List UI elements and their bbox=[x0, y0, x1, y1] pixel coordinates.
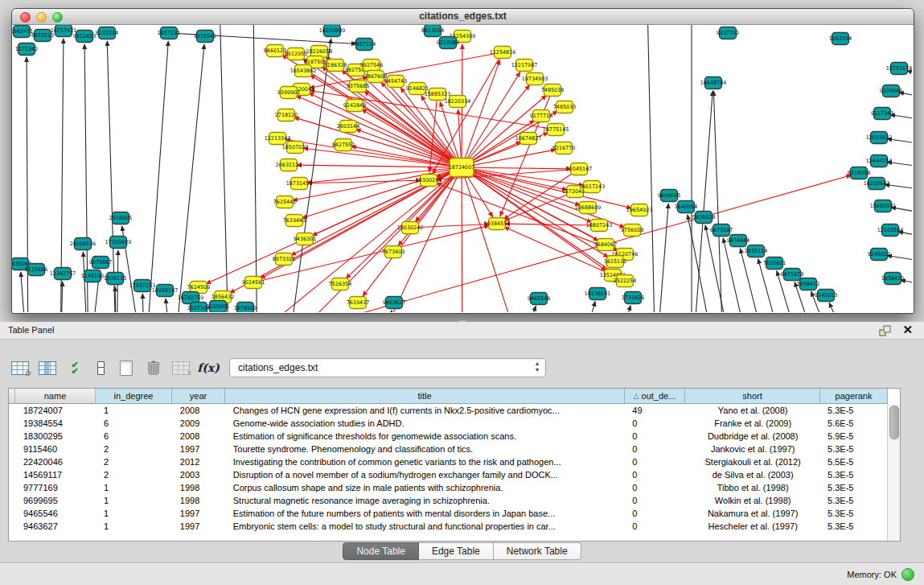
graph-node[interactable]: 9927546 bbox=[360, 60, 383, 72]
graph-edge[interactable] bbox=[21, 272, 28, 312]
graph-edge[interactable] bbox=[511, 306, 536, 312]
graph-node[interactable]: 12103504 bbox=[877, 225, 904, 237]
select-columns-button[interactable]: ✔✔ bbox=[64, 357, 85, 378]
column-header-in_degree[interactable]: in_degree bbox=[96, 389, 172, 404]
graph-edge[interactable] bbox=[462, 167, 571, 169]
new-column-button[interactable] bbox=[116, 357, 137, 378]
column-header-name[interactable]: name bbox=[15, 389, 96, 404]
column-header-year[interactable]: year bbox=[172, 389, 225, 404]
graph-node[interactable]: 9218986 bbox=[437, 37, 459, 49]
graph-edge[interactable] bbox=[462, 167, 462, 312]
graph-edge[interactable] bbox=[253, 25, 257, 312]
function-builder-button[interactable]: f(x) bbox=[198, 357, 219, 378]
graph-edge[interactable] bbox=[500, 90, 552, 216]
graph-edge[interactable] bbox=[505, 224, 599, 225]
table-cell[interactable]: 1997 bbox=[173, 509, 226, 518]
column-header-title[interactable]: title bbox=[225, 389, 625, 404]
table-cell[interactable]: 9465546 bbox=[16, 509, 97, 518]
graph-node[interactable]: 9399901 bbox=[277, 87, 300, 99]
table-cell[interactable]: 1 bbox=[97, 483, 173, 492]
graph-node[interactable]: 8454743 bbox=[384, 76, 407, 88]
graph-node[interactable]: 16648784 bbox=[700, 77, 727, 89]
graph-node[interactable]: 9684067 bbox=[594, 239, 617, 251]
graph-node[interactable]: 7526354 bbox=[329, 278, 351, 290]
table-cell[interactable]: 5.6E-5 bbox=[820, 418, 888, 428]
graph-edge[interactable] bbox=[369, 167, 462, 312]
graph-edge[interactable] bbox=[462, 85, 530, 167]
table-cell[interactable]: 5.3E-5 bbox=[820, 509, 888, 518]
table-cell[interactable]: 5.3E-5 bbox=[820, 444, 888, 454]
graph-node[interactable]: 9329966 bbox=[880, 85, 902, 97]
table-cell[interactable]: 2008 bbox=[173, 431, 226, 441]
table-cell[interactable]: 2 bbox=[97, 457, 173, 467]
graph-node[interactable]: 9227343 bbox=[871, 108, 893, 120]
graph-node[interactable]: 7625441 bbox=[273, 196, 296, 208]
show-column-button[interactable] bbox=[37, 357, 58, 378]
table-cell[interactable]: 5.3E-5 bbox=[820, 470, 888, 480]
table-cell[interactable]: 9115460 bbox=[16, 444, 97, 454]
graph-node[interactable]: 8912955 bbox=[285, 48, 307, 60]
graph-node[interactable]: 1962431 bbox=[12, 26, 33, 38]
graph-node[interactable]: 7673403 bbox=[382, 246, 405, 258]
graph-node[interactable]: 8813054 bbox=[421, 25, 444, 37]
table-cell[interactable]: 0 bbox=[625, 457, 685, 467]
graph-edge[interactable] bbox=[173, 44, 204, 312]
graph-node[interactable]: 20206536 bbox=[70, 238, 97, 250]
graph-node[interactable]: 10688609 bbox=[575, 202, 602, 214]
table-row[interactable]: 969969511998Structural magnetic resonanc… bbox=[9, 494, 888, 507]
table-cell[interactable]: 18724007 bbox=[16, 406, 97, 415]
table-cell[interactable]: 2 bbox=[97, 444, 173, 454]
table-cell[interactable]: 2003 bbox=[173, 470, 226, 480]
table-cell[interactable]: 0 bbox=[625, 509, 685, 518]
table-cell[interactable]: 22420046 bbox=[16, 457, 97, 467]
graph-node[interactable]: 7857224 bbox=[353, 39, 376, 51]
graph-node[interactable]: 16033809 bbox=[319, 25, 346, 37]
graph-edge[interactable] bbox=[362, 109, 462, 167]
graph-node[interactable]: 12217987 bbox=[511, 60, 538, 72]
graph-edge[interactable] bbox=[285, 140, 462, 167]
table-cell[interactable]: 0 bbox=[625, 521, 685, 531]
graph-edge[interactable] bbox=[429, 94, 437, 172]
table-cell[interactable]: 6 bbox=[97, 418, 173, 428]
graph-node[interactable]: 1640954 bbox=[675, 201, 697, 213]
graph-node[interactable]: 2057131 bbox=[158, 27, 180, 39]
graph-edge[interactable] bbox=[309, 93, 462, 167]
graph-node[interactable]: 9975887 bbox=[89, 257, 112, 269]
graph-node[interactable]: 2516605 bbox=[109, 212, 132, 225]
table-cell[interactable]: 1998 bbox=[173, 483, 226, 492]
table-cell[interactable]: Stergiakouli et al. (2012) bbox=[685, 457, 820, 467]
network-window-titlebar[interactable]: citations_edges.txt bbox=[12, 9, 914, 25]
graph-node[interactable]: 9024561 bbox=[242, 277, 265, 289]
graph-node[interactable]: 15692931 bbox=[870, 200, 897, 212]
table-cell[interactable]: 1998 bbox=[173, 496, 226, 505]
table-cell[interactable]: 6 bbox=[97, 431, 173, 441]
table-cell[interactable]: Yano et al. (2008) bbox=[685, 406, 820, 415]
graph-node[interactable]: 1115686 bbox=[25, 264, 47, 276]
graph-node[interactable]: 9463627 bbox=[383, 297, 405, 309]
table-cell[interactable]: 0 bbox=[625, 431, 685, 441]
graph-node[interactable]: 12342757 bbox=[50, 268, 76, 280]
graph-node[interactable]: 5938928 bbox=[692, 212, 715, 224]
table-cell[interactable]: 0 bbox=[625, 483, 685, 492]
graph-node[interactable]: 1658410 bbox=[881, 273, 904, 285]
table-cell[interactable]: 9463627 bbox=[16, 521, 97, 531]
graph-node[interactable]: 9699695 bbox=[658, 190, 680, 202]
table-cell[interactable]: 1 bbox=[97, 521, 173, 531]
table-cell[interactable]: Dudbridge et al. (2008) bbox=[685, 431, 820, 441]
column-settings-button[interactable]: ⚙ bbox=[10, 357, 31, 378]
table-cell[interactable]: Estimation of significance thresholds fo… bbox=[226, 431, 626, 441]
table-row[interactable]: 946362711997Embryonic stem cells: a mode… bbox=[9, 520, 888, 533]
table-cell[interactable]: Genome-wide association studies in ADHD. bbox=[226, 418, 626, 428]
table-cell[interactable]: 5.3E-5 bbox=[820, 483, 888, 492]
table-cell[interactable]: 2012 bbox=[173, 457, 226, 467]
graph-node[interactable]: 15751074 bbox=[886, 63, 912, 75]
table-cell[interactable]: Structural magnetic resonance image aver… bbox=[226, 496, 626, 505]
table-cell[interactable]: 5.3E-5 bbox=[820, 406, 888, 415]
graph-node[interactable]: 6879197 bbox=[710, 225, 733, 237]
graph-node[interactable]: 1171342 bbox=[15, 43, 38, 56]
graph-edge[interactable] bbox=[655, 204, 668, 312]
graph-edge[interactable] bbox=[296, 96, 462, 167]
table-row[interactable]: 1456911722003Disruption of a novel membe… bbox=[9, 468, 888, 481]
graph-node[interactable]: 7485033 bbox=[553, 101, 576, 113]
graph-node[interactable]: 9312453 bbox=[73, 31, 96, 43]
